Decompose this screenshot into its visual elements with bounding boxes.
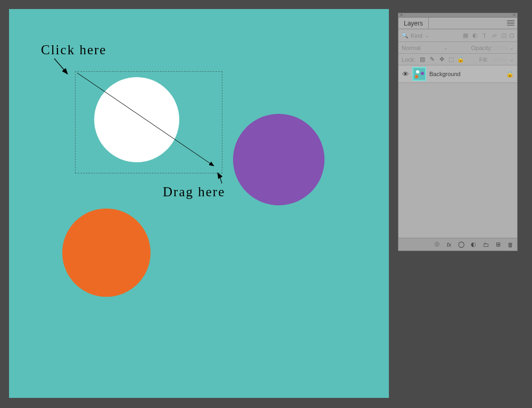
panel-menu-icon[interactable] bbox=[507, 20, 514, 26]
fill-value[interactable]: 100% bbox=[492, 56, 506, 63]
lock-icon[interactable]: 🔒 bbox=[506, 70, 514, 78]
chevron-down-icon: ⌄ bbox=[510, 45, 514, 51]
lock-position-icon[interactable]: ✥ bbox=[438, 56, 445, 63]
svg-line-1 bbox=[54, 59, 68, 74]
blend-mode-row: Normal ⌄ Opacity: 100% ⌄ bbox=[398, 42, 517, 54]
add-mask-icon[interactable]: ◯ bbox=[458, 241, 465, 248]
link-layers-icon[interactable]: ⦾ bbox=[433, 241, 440, 248]
filter-image-icon[interactable]: ▦ bbox=[462, 32, 469, 39]
filter-toggle-icon[interactable] bbox=[510, 34, 514, 38]
delete-layer-icon[interactable]: 🗑 bbox=[506, 241, 514, 248]
annotation-arrows bbox=[9, 9, 389, 398]
lock-row: Lock: ▧ ✎ ✥ ⬚ 🔒 Fill: 100% ⌄ bbox=[398, 54, 517, 65]
filter-adjustment-icon[interactable]: ◐ bbox=[471, 32, 478, 39]
layers-panel: × » Layers 🔍 Kind ⌄ ▦ ◐ T ▱ ◫ Normal ⌄ O… bbox=[398, 13, 518, 251]
chevron-down-icon: ⌄ bbox=[510, 57, 514, 62]
filter-kind-select[interactable]: Kind bbox=[411, 32, 422, 39]
layer-thumbnail[interactable] bbox=[412, 67, 426, 81]
panel-collapse-icon[interactable]: » bbox=[513, 12, 516, 18]
visibility-eye-icon[interactable]: 👁 bbox=[402, 70, 409, 78]
layer-style-icon[interactable]: fx bbox=[445, 241, 453, 248]
lock-all-icon[interactable]: 🔒 bbox=[457, 56, 464, 63]
lock-artboard-icon[interactable]: ⬚ bbox=[447, 56, 455, 63]
annotation-click-label: Click here bbox=[41, 43, 106, 57]
new-layer-icon[interactable]: ⊞ bbox=[494, 241, 502, 248]
tab-layers[interactable]: Layers bbox=[398, 18, 429, 29]
purple-circle-shape bbox=[233, 114, 325, 205]
chevron-down-icon: ⌄ bbox=[444, 45, 448, 51]
fill-label: Fill: bbox=[479, 56, 488, 63]
filter-type-icon[interactable]: T bbox=[481, 32, 488, 39]
blend-mode-select[interactable]: Normal bbox=[402, 45, 420, 51]
filter-shape-icon[interactable]: ▱ bbox=[491, 32, 497, 39]
search-icon: 🔍 bbox=[402, 32, 408, 38]
marquee-selection[interactable] bbox=[75, 71, 222, 173]
layer-filter-row: 🔍 Kind ⌄ ▦ ◐ T ▱ ◫ bbox=[398, 29, 517, 42]
panel-close-icon[interactable]: × bbox=[400, 12, 403, 18]
annotation-drag-label: Drag here bbox=[163, 185, 225, 199]
orange-circle-shape bbox=[62, 209, 151, 297]
chevron-down-icon: ⌄ bbox=[425, 33, 429, 38]
lock-label: Lock: bbox=[402, 56, 415, 63]
new-group-icon[interactable]: 🗀 bbox=[482, 241, 489, 248]
canvas-area[interactable]: Click here Drag here bbox=[9, 9, 389, 398]
panel-tabs: Layers bbox=[398, 18, 517, 29]
panel-footer: ⦾ fx ◯ ◐ 🗀 ⊞ 🗑 bbox=[398, 238, 517, 251]
new-adjustment-icon[interactable]: ◐ bbox=[470, 241, 477, 248]
filter-smart-icon[interactable]: ◫ bbox=[500, 32, 507, 39]
lock-pixels-icon[interactable]: ✎ bbox=[428, 56, 436, 63]
opacity-label: Opacity: bbox=[471, 45, 493, 51]
panel-topbar: × » bbox=[398, 13, 517, 18]
layer-row-background[interactable]: 👁 Background 🔒 bbox=[398, 65, 517, 83]
opacity-value[interactable]: 100% bbox=[494, 45, 509, 51]
lock-transparency-icon[interactable]: ▧ bbox=[419, 56, 426, 63]
layer-name-label[interactable]: Background bbox=[429, 71, 461, 77]
layer-list: 👁 Background 🔒 bbox=[398, 65, 517, 83]
